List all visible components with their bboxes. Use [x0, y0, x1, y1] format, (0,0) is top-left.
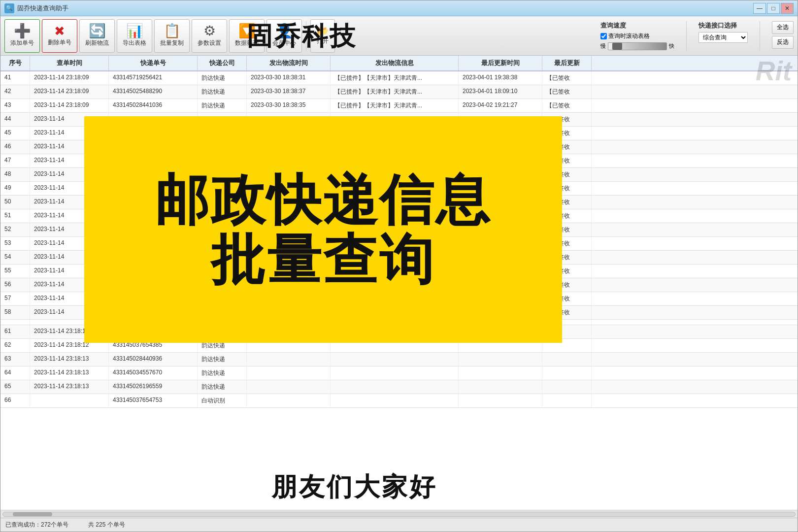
table-cell — [459, 353, 542, 366]
select-all-section: 全选 反选 — [772, 21, 794, 49]
table-cell: 53 — [0, 237, 30, 250]
table-cell: 【已签收 — [542, 85, 592, 99]
express-api-title: 快递接口选择 — [698, 21, 748, 30]
add-icon: ➕ — [14, 24, 31, 38]
table-cell: 2023-03-30 18:38:37 — [247, 85, 331, 99]
add-button-label: 添加单号 — [10, 39, 34, 47]
table-cell: 白动识别 — [198, 394, 247, 407]
scroll-table-label: 查询时滚动表格 — [608, 32, 650, 40]
table-cell — [459, 380, 542, 394]
query-success-count: 已查询成功：272个单号 — [5, 521, 68, 529]
col-header-last-time: 最后更新时间 — [459, 56, 542, 70]
table-cell — [247, 353, 331, 366]
status-bar: 已查询成功：272个单号 共 225 个单号 — [0, 518, 798, 532]
select-all-button[interactable]: 全选 — [772, 21, 794, 34]
table-row[interactable]: 432023-11-14 23:18:09433145028441036韵达快递… — [0, 99, 798, 113]
scroll-table-checkbox-label[interactable]: 查询时滚动表格 — [600, 32, 650, 40]
main-window: 🔍 固乔快递查询助手 — □ ✕ 固乔科技 ➕ 添加单号 ✖ 删除单号 🔄 刷新… — [0, 0, 798, 532]
overlay-line1: 邮政快递信息 — [155, 170, 492, 230]
horizontal-scrollbar[interactable] — [0, 510, 798, 518]
table-cell: 2023-04-01 18:09:10 — [459, 85, 542, 99]
table-row[interactable]: 632023-11-14 23:18:13433145028440936韵达快递 — [0, 353, 798, 366]
scroll-track[interactable] — [2, 512, 796, 517]
separator-2 — [686, 21, 687, 51]
table-cell: 55 — [0, 265, 30, 278]
table-cell: 2023-11-14 23:18:13 — [30, 380, 109, 394]
table-row[interactable]: 412023-11-14 23:18:09433145719256421韵达快递… — [0, 71, 798, 85]
batch-copy-label: 批量复制 — [160, 39, 184, 47]
maximize-button[interactable]: □ — [767, 3, 780, 14]
table-cell: 韵达快递 — [198, 85, 247, 99]
table-cell: 2023-04-01 19:38:38 — [459, 71, 542, 85]
table-cell: 433145719256421 — [109, 71, 198, 85]
refresh-button-label: 刷新物流 — [85, 39, 109, 47]
table-cell: 44 — [0, 113, 30, 126]
table-cell — [459, 394, 542, 407]
refresh-icon: 🔄 — [89, 24, 106, 38]
query-speed-section: 查询速度 查询时滚动表格 慢 快 — [600, 21, 674, 50]
table-cell: 2023-11-14 23:18:13 — [30, 366, 109, 380]
table-cell: 2023-11-14 23:18:13 — [30, 353, 109, 366]
promo-overlay: 邮政快递信息 批量查询 — [84, 116, 562, 343]
minimize-button[interactable]: — — [753, 3, 766, 14]
table-cell: 433145037654753 — [109, 394, 198, 407]
export-button[interactable]: 📊 导出表格 — [117, 19, 152, 53]
query-speed-title: 查询速度 — [600, 21, 674, 30]
table-cell: 41 — [0, 71, 30, 85]
table-cell — [331, 366, 459, 380]
table-cell — [247, 394, 331, 407]
invert-select-button[interactable]: 反选 — [772, 36, 794, 49]
export-icon: 📊 — [126, 24, 143, 38]
refresh-button[interactable]: 🔄 刷新物流 — [79, 19, 115, 53]
table-cell: 45 — [0, 127, 30, 140]
batch-copy-button[interactable]: 📋 批量复制 — [154, 19, 190, 53]
table-cell: 2023-11-14 23:18:09 — [30, 85, 109, 99]
table-cell: 58 — [0, 306, 30, 319]
table-row[interactable]: 642023-11-14 23:18:13433145034557670韵达快递 — [0, 366, 798, 380]
table-cell — [331, 394, 459, 407]
close-button[interactable]: ✕ — [781, 3, 794, 14]
col-header-last-status: 最后更新 — [542, 56, 592, 70]
table-cell — [542, 366, 592, 380]
add-tracking-button[interactable]: ➕ 添加单号 — [4, 19, 40, 53]
table-cell: 2023-03-30 18:38:35 — [247, 99, 331, 112]
table-cell: 51 — [0, 209, 30, 223]
table-cell: 49 — [0, 182, 30, 195]
table-cell: 韵达快递 — [198, 71, 247, 85]
fast-label: 快 — [669, 42, 674, 50]
scroll-table-checkbox[interactable] — [600, 33, 607, 39]
table-cell: 43 — [0, 99, 30, 112]
speed-slider[interactable] — [608, 42, 667, 50]
col-header-query-time: 查单时间 — [30, 56, 109, 70]
speed-slider-row: 慢 快 — [600, 42, 674, 50]
table-row[interactable]: 66433145037654753白动识别 — [0, 394, 798, 408]
table-cell: 52 — [0, 223, 30, 236]
express-api-section: 快递接口选择 综合查询 — [698, 21, 748, 43]
table-cell: 韵达快递 — [198, 380, 247, 394]
table-cell: 63 — [0, 353, 30, 366]
settings-label: 参数设置 — [198, 39, 221, 47]
table-row[interactable]: 652023-11-14 23:18:13433145026196559韵达快递 — [0, 380, 798, 394]
window-title: 固乔快递查询助手 — [17, 4, 753, 13]
settings-button[interactable]: ⚙ 参数设置 — [192, 19, 227, 53]
toolbar-right-section: 查询速度 查询时滚动表格 慢 快 快递接口选择 — [600, 21, 794, 51]
table-cell: 韵达快递 — [198, 366, 247, 380]
title-bar: 🔍 固乔快递查询助手 — □ ✕ — [0, 0, 798, 16]
watermark-rit: Rit — [756, 55, 792, 87]
table-cell: 【已签收 — [542, 99, 592, 112]
table-cell: 【已签收 — [542, 71, 592, 85]
scroll-thumb[interactable] — [13, 512, 52, 516]
table-row[interactable]: 422023-11-14 23:18:09433145025488290韵达快递… — [0, 85, 798, 99]
table-cell: 433145026196559 — [109, 380, 198, 394]
toolbar: ➕ 添加单号 ✖ 删除单号 🔄 刷新物流 📊 导出表格 📋 批量复制 ⚙ 参数设… — [0, 16, 798, 56]
slow-label: 慢 — [600, 42, 606, 50]
delete-tracking-button[interactable]: ✖ 删除单号 — [42, 19, 77, 53]
express-api-select[interactable]: 综合查询 — [698, 32, 748, 43]
col-header-company: 快递公司 — [198, 56, 247, 70]
table-cell: 48 — [0, 168, 30, 181]
separator-3 — [760, 21, 760, 51]
col-header-seq: 序号 — [0, 56, 30, 70]
table-cell — [0, 320, 30, 325]
table-cell — [331, 353, 459, 366]
table-cell: 62 — [0, 339, 30, 352]
